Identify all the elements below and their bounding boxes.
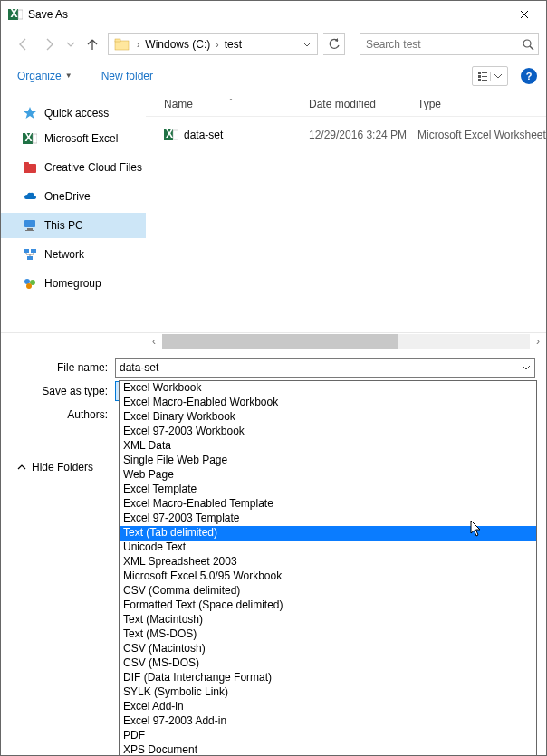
close-button[interactable] bbox=[504, 1, 544, 28]
svg-rect-16 bbox=[24, 164, 36, 173]
svg-rect-4 bbox=[115, 39, 120, 42]
dropdown-option[interactable]: Excel Macro-Enabled Template bbox=[120, 497, 536, 512]
star-icon bbox=[23, 106, 37, 120]
svg-rect-21 bbox=[24, 249, 29, 253]
sidebar-item-label: Homegroup bbox=[44, 277, 101, 290]
up-button[interactable] bbox=[82, 34, 102, 54]
svg-rect-23 bbox=[27, 256, 33, 260]
list-header: Name ˆ Date modified Type bbox=[146, 91, 546, 117]
breadcrumb-sep-icon: › bbox=[134, 40, 142, 50]
breadcrumb-item[interactable]: test bbox=[222, 38, 245, 51]
excel-app-icon: X bbox=[8, 7, 23, 22]
scroll-thumb[interactable] bbox=[162, 334, 398, 349]
pc-icon bbox=[23, 218, 37, 233]
help-button[interactable]: ? bbox=[521, 68, 537, 84]
address-bar[interactable]: › Windows (C:) › test bbox=[108, 33, 318, 55]
col-date[interactable]: Date modified bbox=[309, 98, 417, 110]
file-row[interactable]: X data-set 12/29/2016 3:24 PM Microsoft … bbox=[146, 122, 546, 148]
dropdown-option[interactable]: Excel Binary Workbook bbox=[120, 410, 536, 425]
chevron-up-icon bbox=[17, 463, 26, 472]
col-name[interactable]: Name bbox=[164, 98, 193, 110]
svg-text:X: X bbox=[25, 131, 33, 144]
scroll-track[interactable] bbox=[162, 334, 530, 349]
sidebar-item-label: Creative Cloud Files bbox=[44, 161, 142, 174]
dropdown-option[interactable]: SYLK (Symbolic Link) bbox=[120, 685, 536, 700]
svg-rect-17 bbox=[24, 162, 29, 165]
search-box[interactable] bbox=[360, 33, 539, 55]
file-date: 12/29/2016 3:24 PM bbox=[309, 129, 417, 141]
homegroup-icon bbox=[23, 276, 37, 291]
sidebar-item-label: Quick access bbox=[44, 107, 109, 120]
sidebar-item-onedrive[interactable]: OneDrive bbox=[1, 184, 146, 209]
search-input[interactable] bbox=[360, 38, 522, 51]
scroll-left-icon[interactable]: ‹ bbox=[146, 333, 162, 349]
dropdown-option[interactable]: Web Page bbox=[120, 468, 536, 483]
svg-point-5 bbox=[523, 40, 531, 47]
dropdown-option[interactable]: CSV (MS-DOS) bbox=[120, 656, 536, 671]
dropdown-option[interactable]: Excel Macro-Enabled Workbook bbox=[120, 396, 536, 410]
sidebar-item-label: OneDrive bbox=[44, 190, 91, 203]
scroll-right-icon[interactable]: › bbox=[530, 333, 546, 349]
titlebar: X Save As bbox=[1, 1, 546, 28]
sidebar-item-pc[interactable]: This PC bbox=[1, 213, 146, 238]
hide-folders-button[interactable]: Hide Folders bbox=[17, 461, 93, 474]
dropdown-option[interactable]: Excel 97-2003 Add-in bbox=[120, 714, 536, 729]
dropdown-option[interactable]: CSV (Comma delimited) bbox=[120, 584, 536, 598]
dropdown-option[interactable]: Formatted Text (Space delimited) bbox=[120, 598, 536, 613]
mouse-cursor-icon bbox=[470, 520, 485, 538]
hide-folders-label: Hide Folders bbox=[32, 461, 93, 474]
refresh-button[interactable] bbox=[323, 33, 345, 55]
sidebar-item-network[interactable]: Network bbox=[1, 242, 146, 267]
dropdown-option[interactable]: PDF bbox=[120, 729, 536, 743]
address-dropdown-icon[interactable] bbox=[299, 34, 315, 54]
dropdown-option[interactable]: Excel 97-2003 Workbook bbox=[120, 425, 536, 439]
navigation-pane: Quick accessXMicrosoft ExcelCreative Clo… bbox=[1, 91, 146, 332]
svg-rect-1 bbox=[18, 10, 23, 19]
recent-locations-button[interactable] bbox=[64, 34, 77, 54]
toolbar: Organize ▼ New folder ? bbox=[1, 61, 546, 91]
svg-point-26 bbox=[26, 283, 32, 289]
network-icon bbox=[23, 247, 37, 262]
nav-row: › Windows (C:) › test bbox=[1, 28, 546, 61]
new-folder-button[interactable]: New folder bbox=[101, 70, 153, 82]
sidebar-item-label: Network bbox=[44, 248, 84, 261]
svg-rect-19 bbox=[27, 228, 33, 230]
dropdown-option[interactable]: Excel Add-in bbox=[120, 700, 536, 714]
dropdown-option[interactable]: Text (MS-DOS) bbox=[120, 627, 536, 642]
back-button[interactable] bbox=[14, 34, 34, 54]
save-as-type-label: Save as type: bbox=[1, 385, 115, 397]
dropdown-option[interactable]: CSV (Macintosh) bbox=[120, 642, 536, 656]
chevron-down-icon bbox=[522, 365, 531, 370]
dropdown-option[interactable]: XML Spreadsheet 2003 bbox=[120, 555, 536, 569]
save-as-type-dropdown[interactable]: Excel WorkbookExcel Macro-Enabled Workbo… bbox=[119, 380, 537, 756]
sort-indicator-icon: ˆ bbox=[229, 98, 233, 110]
view-options-button[interactable] bbox=[472, 66, 508, 86]
sidebar-item-excel[interactable]: XMicrosoft Excel bbox=[1, 126, 146, 151]
breadcrumb-sep-icon: › bbox=[213, 40, 221, 50]
onedrive-icon bbox=[23, 189, 37, 204]
dropdown-option[interactable]: DIF (Data Interchange Format) bbox=[120, 671, 536, 685]
horizontal-scrollbar[interactable]: ‹ › bbox=[1, 332, 546, 349]
svg-rect-14 bbox=[33, 134, 37, 143]
organize-button[interactable]: Organize ▼ bbox=[17, 70, 72, 82]
cc-icon bbox=[23, 160, 37, 175]
dropdown-option[interactable]: Excel Workbook bbox=[120, 381, 536, 396]
excel-icon: X bbox=[23, 131, 37, 146]
dropdown-option[interactable]: XML Data bbox=[120, 439, 536, 454]
forward-button[interactable] bbox=[39, 34, 59, 54]
breadcrumb-item[interactable]: Windows (C:) bbox=[142, 38, 213, 51]
dropdown-option[interactable]: Text (Macintosh) bbox=[120, 613, 536, 627]
sidebar-item-star[interactable]: Quick access bbox=[1, 100, 146, 126]
col-type[interactable]: Type bbox=[417, 98, 546, 110]
svg-rect-12 bbox=[490, 72, 491, 81]
dropdown-option[interactable]: Excel Template bbox=[120, 483, 536, 497]
dropdown-option[interactable]: XPS Document bbox=[120, 743, 536, 756]
dropdown-option[interactable]: Unicode Text bbox=[120, 541, 536, 555]
sidebar-item-homegroup[interactable]: Homegroup bbox=[1, 271, 146, 296]
search-icon bbox=[522, 38, 534, 51]
dropdown-option[interactable]: Microsoft Excel 5.0/95 Workbook bbox=[120, 569, 536, 584]
dropdown-option[interactable]: Single File Web Page bbox=[120, 454, 536, 468]
file-name-combo[interactable]: data-set bbox=[115, 358, 535, 378]
sidebar-item-cc[interactable]: Creative Cloud Files bbox=[1, 155, 146, 180]
window-title: Save As bbox=[28, 8, 504, 21]
